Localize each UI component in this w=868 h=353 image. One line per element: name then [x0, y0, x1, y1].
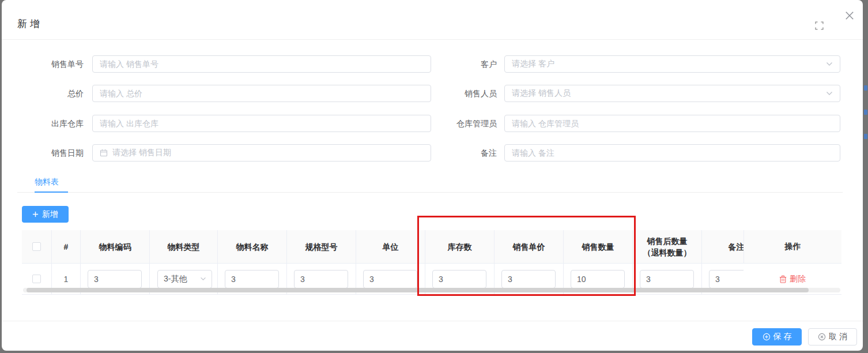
chevron-down-icon	[200, 277, 206, 281]
header-after-sale-qty-line2: （退料数量）	[643, 247, 692, 258]
table-header-row: # 物料编码 物料类型 物料名称 规格型号 单位 库存数 销售单价 销售数量 销…	[22, 230, 841, 264]
salesperson-label: 销售人员	[371, 85, 497, 102]
circle-plus-icon	[763, 333, 771, 341]
cancel-button-label: 取 消	[829, 332, 847, 342]
material-code-input[interactable]	[88, 270, 142, 288]
salesperson-select-placeholder: 请选择 销售人员	[512, 88, 571, 99]
chevron-down-icon	[826, 91, 833, 96]
sale-price-input[interactable]	[501, 270, 556, 288]
customer-label: 客户	[371, 55, 497, 73]
warehouse-manager-label: 仓库管理员	[371, 115, 497, 132]
customer-select-placeholder: 请选择 客户	[512, 59, 554, 69]
footer-divider	[2, 321, 863, 321]
add-material-button[interactable]: 新增	[22, 206, 69, 223]
remark-label: 备注	[371, 144, 497, 162]
header-after-sale-qty: 销售后数量 （退料数量）	[633, 230, 702, 263]
calendar-icon	[100, 149, 108, 157]
row-checkbox[interactable]	[32, 275, 41, 283]
header-sale-price: 销售单价	[495, 230, 564, 263]
warehouse-manager-input[interactable]	[504, 115, 840, 132]
material-type-value: 3-其他	[164, 274, 187, 284]
fullscreen-icon	[815, 21, 825, 30]
material-name-input[interactable]	[225, 270, 279, 288]
spec-model-input[interactable]	[294, 270, 348, 288]
header-stock-qty: 库存数	[425, 230, 495, 263]
horizontal-scrollbar-thumb[interactable]	[27, 288, 809, 292]
after-sale-qty-input[interactable]	[640, 270, 694, 288]
circle-close-icon	[818, 333, 826, 341]
form-row-2: 总价 请选择 销售人员 销售人员	[2, 85, 863, 102]
add-sale-dialog: 新 增 销售单号 请选择 客户 客户 总价 请选择 销售人员	[2, 0, 863, 351]
chevron-down-icon	[826, 62, 833, 66]
sales-date-placeholder: 请选择 销售日期	[112, 148, 171, 158]
header-action: 操作	[744, 230, 841, 264]
background-page-fragment	[864, 110, 867, 115]
background-page-fragment	[864, 134, 867, 139]
select-all-checkbox[interactable]	[32, 242, 41, 251]
header-material-type: 物料类型	[150, 230, 218, 263]
header-sale-qty: 销售数量	[564, 230, 633, 263]
cancel-button[interactable]: 取 消	[808, 328, 857, 346]
tabs-divider	[17, 192, 843, 193]
fullscreen-button[interactable]	[815, 20, 825, 31]
header-unit: 单位	[356, 230, 425, 263]
materials-table: # 物料编码 物料类型 物料名称 规格型号 单位 库存数 销售单价 销售数量 销…	[22, 230, 841, 295]
header-index: #	[52, 230, 81, 263]
unit-input[interactable]	[363, 270, 417, 288]
add-material-button-label: 新增	[42, 209, 58, 220]
customer-select[interactable]: 请选择 客户	[504, 55, 840, 73]
fixed-action-column: 操作 删除	[744, 230, 841, 295]
sales-date-label: 销售日期	[2, 144, 84, 162]
close-button[interactable]	[844, 9, 857, 22]
form-row-4: 销售日期 请选择 销售日期 备注	[2, 144, 863, 162]
save-button-label: 保 存	[773, 332, 792, 342]
delete-row-button[interactable]: 删除	[779, 274, 806, 284]
tab-material-table[interactable]: 物料表	[35, 177, 59, 187]
sales-order-no-label: 销售单号	[2, 55, 84, 73]
header-after-sale-qty-line1: 销售后数量	[647, 235, 688, 247]
plus-icon	[32, 211, 39, 217]
total-price-label: 总价	[2, 85, 84, 102]
salesperson-select[interactable]: 请选择 销售人员	[504, 85, 840, 102]
stock-qty-input[interactable]	[432, 270, 486, 288]
remark-input[interactable]	[504, 144, 840, 162]
sale-qty-input[interactable]	[571, 270, 625, 288]
form-row-3: 出库仓库 仓库管理员	[2, 115, 863, 132]
header-divider	[2, 39, 863, 40]
warehouse-label: 出库仓库	[2, 115, 84, 132]
material-type-select[interactable]: 3-其他	[157, 270, 212, 288]
save-button[interactable]: 保 存	[752, 328, 802, 346]
header-select-all-cell	[22, 230, 52, 263]
close-icon	[844, 10, 857, 21]
trash-icon	[779, 275, 787, 283]
dialog-title: 新 增	[17, 17, 40, 31]
background-page-fragment	[864, 85, 867, 91]
tab-active-underline	[35, 191, 68, 193]
form-row-1: 销售单号 请选择 客户 客户	[2, 55, 863, 73]
header-spec-model: 规格型号	[287, 230, 356, 263]
header-material-name: 物料名称	[218, 230, 287, 263]
header-material-code: 物料编码	[81, 230, 150, 263]
delete-row-label: 删除	[790, 274, 806, 284]
